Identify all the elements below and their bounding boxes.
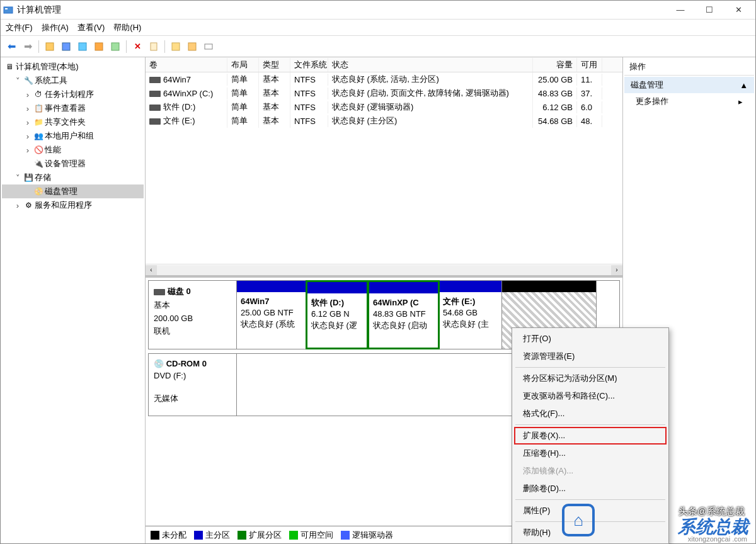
cm-explorer[interactable]: 资源管理器(E) [514,348,667,365]
partition[interactable]: 文件 (E:)54.68 GB状态良好 (主 [439,281,502,349]
window-title: 计算机管理 [17,4,666,16]
nav-tree: 🖥计算机管理(本地) ˅🔧系统工具 ›⏱任务计划程序 ›📋事件查看器 ›📁共享文… [1,57,146,543]
volume-row[interactable]: 64WinXP (C:)简单基本NTFS状态良好 (启动, 页面文件, 故障转储… [146,86,622,100]
volume-row[interactable]: 软件 (D:)简单基本NTFS状态良好 (逻辑驱动器)6.12 GB6.0 [146,100,622,114]
svg-rect-0 [4,7,13,13]
svg-rect-1 [5,8,8,9]
back-button[interactable]: ⬅ [4,40,18,54]
cm-delete-volume[interactable]: 删除卷(D)... [514,480,667,497]
cm-format[interactable]: 格式化(F)... [514,405,667,422]
cm-mark-active[interactable]: 将分区标记为活动分区(M) [514,370,667,387]
svg-rect-10 [205,44,212,49]
svg-rect-2 [46,43,54,50]
tree-device-manager[interactable]: 🔌设备管理器 [2,157,144,171]
partition[interactable]: 软件 (D:)6.12 GB N状态良好 (逻 [306,280,369,349]
col-layout[interactable]: 布局 [227,58,259,72]
cm-shrink-volume[interactable]: 压缩卷(H)... [514,445,667,462]
h-scrollbar[interactable]: ‹ › [146,264,622,275]
minimize-button[interactable]: — [666,1,695,19]
tree-storage[interactable]: ˅💾存储 [2,171,144,184]
svg-rect-7 [151,43,157,50]
volume-list: 卷 布局 类型 文件系统 状态 容量 可用 64Win7简单基本NTFS状态良好… [146,57,622,278]
scroll-left-icon[interactable]: ‹ [146,265,157,275]
col-status[interactable]: 状态 [328,58,533,72]
tree-performance[interactable]: ›🚫性能 [2,143,144,157]
delete-icon[interactable]: ✕ [130,40,144,54]
cm-change-letter[interactable]: 更改驱动器号和路径(C)... [514,387,667,405]
svg-rect-9 [188,43,196,50]
chevron-right-icon: ▸ [738,97,743,106]
toolbar: ⬅ ➡ ✕ [1,36,755,57]
close-button[interactable]: ✕ [724,1,753,19]
tree-system-tools[interactable]: ˅🔧系统工具 [2,74,144,88]
svg-rect-8 [172,43,180,50]
forward-button[interactable]: ➡ [21,40,35,54]
col-free[interactable]: 可用 [577,58,602,72]
tb-icon-1[interactable] [43,40,57,54]
volume-row[interactable]: 文件 (E:)简单基本NTFS状态良好 (主分区)54.68 GB48. [146,114,622,128]
col-type[interactable]: 类型 [259,58,290,72]
tree-services[interactable]: ›⚙服务和应用程序 [2,198,144,212]
titlebar: 计算机管理 — ☐ ✕ [1,1,755,20]
tree-root[interactable]: 🖥计算机管理(本地) [2,60,144,74]
partition[interactable]: 64Win725.00 GB NTF状态良好 (系统 [237,281,306,349]
actions-section[interactable]: 磁盘管理▲ [624,77,754,93]
maximize-button[interactable]: ☐ [695,1,724,19]
cm-open[interactable]: 打开(O) [514,330,667,348]
tb-icon-4[interactable] [92,40,106,54]
tree-shared-folders[interactable]: ›📁共享文件夹 [2,115,144,129]
col-volume[interactable]: 卷 [146,58,227,72]
volume-list-header: 卷 布局 类型 文件系统 状态 容量 可用 [146,57,622,72]
col-capacity[interactable]: 容量 [533,58,577,72]
partition[interactable]: 64WinXP (C48.83 GB NTF状态良好 (启动 [367,280,440,349]
tb-icon-6[interactable] [147,40,161,54]
menubar: 文件(F) 操作(A) 查看(V) 帮助(H) [1,20,755,36]
menu-view[interactable]: 查看(V) [77,22,105,33]
tree-task-scheduler[interactable]: ›⏱任务计划程序 [2,88,144,101]
watermark-sub: xitongzongcai .com [688,535,747,543]
menu-action[interactable]: 操作(A) [42,22,69,33]
cm-add-mirror: 添加镜像(A)... [514,462,667,480]
cdrom-icon: 💿 [154,359,164,368]
watermark-icon: ⌂ [562,504,595,536]
tb-icon-2[interactable] [59,40,73,54]
collapse-icon: ▲ [740,81,748,90]
scroll-right-icon[interactable]: › [611,265,622,275]
actions-header: 操作 [624,59,754,76]
svg-rect-6 [112,43,119,50]
tb-icon-7[interactable] [169,40,183,54]
cm-extend-volume[interactable]: 扩展卷(X)... [514,427,667,445]
volume-row[interactable]: 64Win7简单基本NTFS状态良好 (系统, 活动, 主分区)25.00 GB… [146,72,622,86]
svg-rect-3 [62,43,70,50]
disk-icon [154,289,165,295]
menu-file[interactable]: 文件(F) [6,22,33,33]
app-icon [3,5,13,15]
disk-0-label[interactable]: 磁盘 0 基本 200.00 GB 联机 [149,281,237,349]
tree-local-users[interactable]: ›👥本地用户和组 [2,129,144,143]
tb-icon-8[interactable] [185,40,199,54]
menu-help[interactable]: 帮助(H) [113,22,141,33]
actions-more[interactable]: 更多操作▸ [624,93,754,110]
svg-rect-4 [79,43,86,50]
col-fs[interactable]: 文件系统 [290,58,328,72]
cdrom-label[interactable]: 💿 CD-ROM 0 DVD (F:) 无媒体 [149,354,237,416]
tree-event-viewer[interactable]: ›📋事件查看器 [2,101,144,115]
tree-disk-management[interactable]: 📀磁盘管理 [2,184,144,198]
watermark-toutiao: 头条@系统总裁 [679,506,745,518]
svg-rect-5 [95,43,103,50]
tb-icon-3[interactable] [76,40,89,54]
tb-icon-9[interactable] [202,40,215,54]
tb-icon-5[interactable] [108,40,122,54]
